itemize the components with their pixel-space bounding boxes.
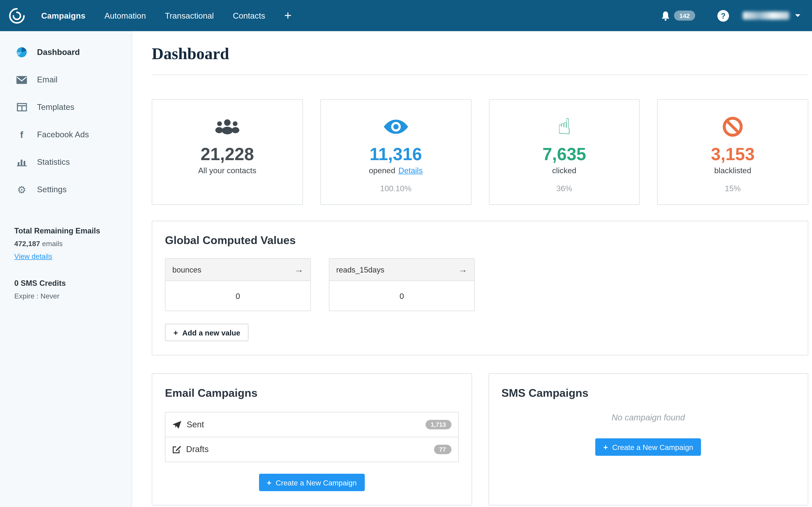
sidebar-item-statistics[interactable]: Statistics — [0, 149, 132, 176]
email-campaigns-row-sent[interactable]: Sent 1,713 — [165, 412, 458, 438]
email-icon — [16, 76, 28, 84]
title-divider — [152, 74, 808, 75]
computed-table-bounces: bounces → 0 — [165, 258, 311, 311]
facebook-icon: f — [16, 130, 28, 139]
sidebar-item-settings[interactable]: ⚙ Settings — [0, 176, 132, 204]
sms-campaigns-title: SMS Campaigns — [501, 387, 795, 399]
create-email-campaign-button[interactable]: + Create a New Campaign — [259, 474, 364, 491]
sidebar-label-dashboard: Dashboard — [37, 48, 80, 57]
paper-plane-icon — [172, 420, 182, 429]
sms-credits-title: 0 SMS Credits — [14, 279, 132, 287]
arrow-right-icon[interactable]: → — [295, 265, 304, 274]
stat-card-opened: 11,316 opened Details 100.10% — [320, 99, 471, 205]
app-root: Campaigns Automation Transactional Conta… — [0, 0, 812, 507]
blacklisted-count: 3,153 — [711, 144, 755, 164]
clicked-label: clicked — [552, 166, 576, 175]
sms-empty-message: No campaign found — [501, 413, 795, 422]
contacts-count: 21,228 — [201, 144, 254, 164]
sidebar: Dashboard Email Templates — [0, 31, 132, 507]
computed-values-tables: bounces → 0 reads_15days → 0 — [165, 258, 795, 311]
email-row-sent-label: Sent — [187, 420, 204, 430]
clicked-percentage: 36% — [556, 184, 572, 193]
sidebar-label-facebook-ads: Facebook Ads — [37, 130, 89, 139]
email-campaigns-card: Email Campaigns Sent 1,713 — [152, 374, 472, 506]
sent-count-badge: 1,713 — [425, 420, 451, 430]
create-sms-campaign-button[interactable]: + Create a New Campaign — [596, 438, 701, 456]
sidebar-item-templates[interactable]: Templates — [0, 94, 132, 121]
templates-icon — [16, 103, 28, 112]
plus-icon: + — [603, 443, 608, 451]
stats-row: 21,228 All your contacts 11,316 opened D… — [152, 99, 808, 205]
computed-table-bounces-value: 0 — [165, 281, 310, 311]
dashboard-icon — [16, 47, 28, 58]
nav-campaigns[interactable]: Campaigns — [41, 11, 86, 20]
eye-icon — [384, 115, 408, 139]
remaining-emails-section: Total Remaining Emails 472,187 emails Vi… — [0, 227, 132, 261]
opened-count: 11,316 — [370, 144, 422, 164]
account-menu[interactable] — [743, 12, 801, 20]
nav-contacts[interactable]: Contacts — [233, 11, 265, 20]
email-campaigns-row-drafts[interactable]: Drafts 77 — [165, 437, 458, 462]
computed-table-bounces-header: bounces → — [165, 259, 310, 281]
global-computed-values-panel: Global Computed Values bounces → 0 reads… — [152, 221, 808, 355]
computed-table-reads15days: reads_15days → 0 — [329, 258, 475, 311]
sidebar-label-settings: Settings — [37, 185, 67, 194]
opened-label: opened Details — [369, 166, 423, 175]
sidebar-label-templates: Templates — [37, 103, 74, 112]
remaining-emails-title: Total Remaining Emails — [14, 227, 132, 235]
sidebar-item-dashboard[interactable]: Dashboard — [0, 39, 132, 66]
bell-icon — [660, 10, 671, 21]
settings-gear-icon: ⚙ — [16, 185, 28, 195]
notifications-button[interactable]: 142 — [660, 10, 695, 21]
view-details-link[interactable]: View details — [14, 252, 52, 261]
opened-details-link[interactable]: Details — [398, 166, 423, 175]
ban-icon — [722, 115, 743, 139]
nav-transactional[interactable]: Transactional — [165, 11, 214, 20]
nav-add-plus-icon[interactable]: + — [284, 9, 292, 21]
sidebar-label-email: Email — [37, 75, 57, 84]
sidebar-item-email[interactable]: Email — [0, 66, 132, 94]
computed-table-bounces-name: bounces — [172, 265, 201, 274]
opened-percentage: 100.10% — [380, 184, 411, 193]
top-navbar: Campaigns Automation Transactional Conta… — [0, 0, 812, 31]
account-name-blurred — [743, 12, 790, 20]
draft-pencil-icon — [172, 445, 181, 454]
main-content: Dashboard 21,228 All your contacts — [132, 31, 812, 507]
email-row-drafts-label: Drafts — [186, 445, 209, 454]
add-new-value-button[interactable]: + Add a new value — [165, 324, 249, 341]
computed-table-reads15days-name: reads_15days — [336, 265, 385, 274]
stat-card-contacts: 21,228 All your contacts — [152, 99, 303, 205]
plus-icon: + — [267, 478, 271, 487]
blacklisted-label: blacklisted — [714, 166, 751, 175]
sms-campaigns-card: SMS Campaigns No campaign found + Create… — [488, 374, 808, 506]
click-hand-icon: ☝ — [557, 115, 571, 139]
notifications-count-badge: 142 — [674, 11, 695, 21]
question-mark-icon: ? — [721, 11, 725, 20]
arrow-right-icon[interactable]: → — [458, 265, 467, 274]
nav-automation[interactable]: Automation — [104, 11, 146, 20]
clicked-count: 7,635 — [542, 144, 586, 164]
stat-card-blacklisted: 3,153 blacklisted 15% — [657, 99, 808, 205]
campaigns-row: Email Campaigns Sent 1,713 — [152, 374, 808, 506]
stat-card-clicked: ☝ 7,635 clicked 36% — [489, 99, 640, 205]
computed-values-title: Global Computed Values — [165, 234, 795, 247]
help-button[interactable]: ? — [717, 10, 729, 21]
sidebar-item-facebook-ads[interactable]: f Facebook Ads — [0, 121, 132, 149]
brand-logo-icon[interactable] — [8, 7, 26, 24]
computed-table-reads15days-header: reads_15days → — [329, 259, 474, 281]
sms-credits-section: 0 SMS Credits Expire : Never — [0, 279, 132, 300]
navbar-right: 142 ? — [660, 10, 800, 21]
sms-credits-expire: Expire : Never — [14, 292, 132, 300]
blacklisted-percentage: 15% — [725, 184, 741, 193]
plus-icon: + — [173, 329, 178, 337]
contacts-label: All your contacts — [198, 166, 256, 175]
primary-nav: Campaigns Automation Transactional Conta… — [41, 10, 292, 21]
chevron-down-icon — [795, 14, 800, 17]
statistics-icon — [16, 158, 28, 166]
remaining-emails-count: 472,187 emails — [14, 240, 132, 248]
email-campaigns-table: Sent 1,713 Drafts 77 — [165, 412, 459, 462]
contacts-group-icon — [215, 115, 239, 139]
email-campaigns-title: Email Campaigns — [165, 387, 459, 399]
sidebar-label-statistics: Statistics — [37, 157, 70, 167]
drafts-count-badge: 77 — [434, 445, 451, 454]
